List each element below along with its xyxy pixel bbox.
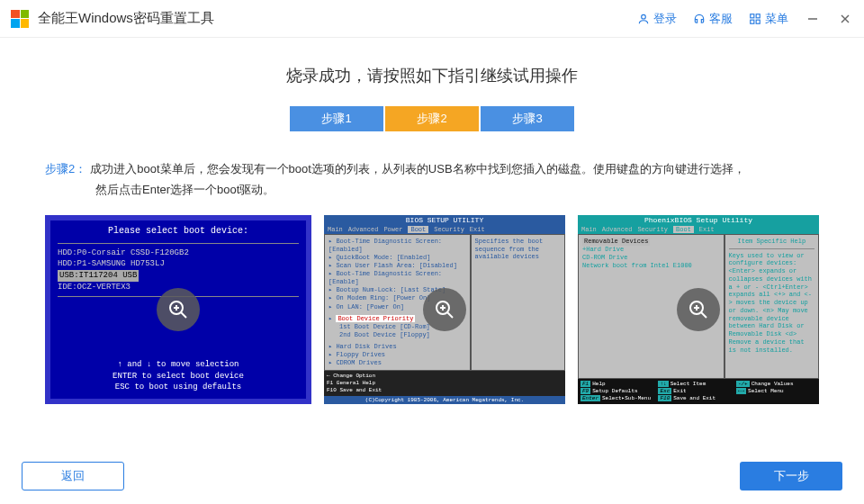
close-button[interactable] — [837, 11, 853, 27]
bios3-menu: MainAdvancedSecurityBootExit — [578, 225, 819, 234]
instruction-line2: 然后点击Enter选择一个boot驱动。 — [95, 179, 274, 200]
bios3-title: PhoenixBIOS Setup Utility — [578, 215, 819, 225]
login-link[interactable]: 登录 — [637, 11, 677, 27]
zoom-icon — [157, 288, 200, 331]
bios2-right: Specifies the boot sequence from the ava… — [471, 234, 565, 372]
bios2-foot: ← Change Option F1 General Help F10 Save… — [324, 371, 565, 395]
bios-screenshot-2[interactable]: BIOS SETUP UTILITY MainAdvancedPowerBoot… — [324, 215, 565, 404]
bios2-menu: MainAdvancedPowerBootSecurityExit — [324, 225, 565, 234]
bios1-item: HDD:P1-SAMSUNG HD753LJ — [58, 258, 299, 270]
svg-line-13 — [447, 312, 453, 318]
svg-line-17 — [701, 312, 706, 318]
bios3-right: Item Specific Help Keys used to view or … — [724, 234, 819, 380]
tab-step2[interactable]: 步骤2 — [385, 106, 479, 131]
zoom-icon — [677, 288, 720, 331]
app-title: 全能王Windows密码重置工具 — [38, 10, 637, 27]
support-label: 客服 — [709, 11, 733, 27]
step-label: 步骤2： — [45, 162, 86, 176]
svg-rect-4 — [756, 20, 760, 23]
login-label: 登录 — [653, 11, 677, 27]
next-button[interactable]: 下一步 — [740, 462, 842, 490]
bios-screenshot-3[interactable]: PhoenixBIOS Setup Utility MainAdvancedSe… — [578, 215, 819, 404]
user-icon — [637, 13, 650, 25]
support-link[interactable]: 客服 — [693, 11, 733, 27]
tab-step3[interactable]: 步骤3 — [481, 106, 574, 131]
svg-point-0 — [642, 14, 646, 19]
success-message: 烧录成功，请按照如下指引继续试用操作 — [36, 65, 828, 86]
bios3-foot: F1Help↑↓Select Item-/+Change ValuesF9Set… — [578, 379, 819, 403]
bios1-item-selected: USB:IT117204 USB — [58, 270, 139, 282]
svg-rect-1 — [751, 14, 754, 17]
zoom-icon — [423, 288, 466, 331]
menu-label: 菜单 — [765, 11, 788, 27]
bios2-title: BIOS SETUP UTILITY — [324, 215, 565, 225]
headset-icon — [693, 13, 706, 25]
footer: 返回 下一步 — [0, 448, 864, 504]
bios-screenshot-1[interactable]: Please select boot device: HDD:P0-Corsai… — [45, 215, 311, 404]
instruction-text: 步骤2：成功进入boot菜单后，您会发现有一个boot选项的列表，从列表的USB… — [36, 158, 828, 201]
main-content: 烧录成功，请按照如下指引继续试用操作 步骤1 步骤2 步骤3 步骤2：成功进入b… — [0, 38, 864, 404]
svg-rect-2 — [756, 14, 760, 17]
titlebar: 全能王Windows密码重置工具 登录 客服 菜单 — [0, 0, 864, 38]
svg-rect-3 — [751, 20, 754, 23]
bios-screenshots-row: Please select boot device: HDD:P0-Corsai… — [36, 215, 828, 404]
svg-line-9 — [181, 312, 186, 318]
bios1-item: HDD:P0-Corsair CSSD-F120GB2 — [58, 248, 299, 259]
grid-icon — [749, 13, 761, 25]
instruction-line1: 成功进入boot菜单后，您会发现有一个boot选项的列表，从列表的USB名称中找… — [90, 162, 744, 176]
steps-tabs: 步骤1 步骤2 步骤3 — [36, 106, 828, 131]
tab-step1[interactable]: 步骤1 — [290, 106, 383, 131]
bios2-copyright: (C)Copyright 1985-2006, American Megatre… — [324, 396, 565, 404]
back-button[interactable]: 返回 — [22, 462, 124, 490]
bios1-header: Please select boot device: — [58, 226, 299, 236]
bios1-hints: ↑ and ↓ to move selection ENTER to selec… — [58, 359, 299, 393]
menu-link[interactable]: 菜单 — [749, 11, 788, 27]
minimize-button[interactable] — [805, 11, 821, 27]
app-icon — [11, 10, 29, 28]
